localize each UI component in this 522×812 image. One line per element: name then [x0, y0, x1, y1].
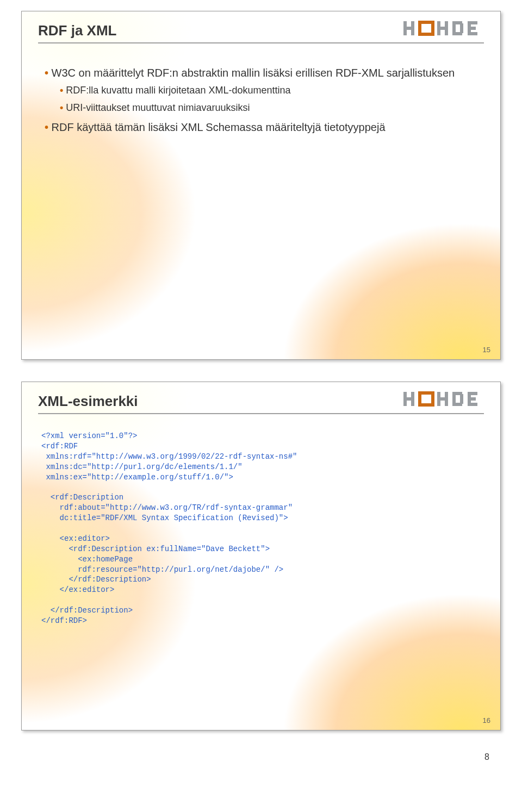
svg-rect-2: [411, 21, 414, 35]
slide-number: 15: [483, 346, 490, 354]
sub-bullet-text: URI-viittaukset muuttuvat nimiavaruuksik…: [66, 102, 250, 113]
slide-number: 16: [483, 716, 490, 724]
svg-rect-29: [420, 393, 433, 405]
svg-rect-20: [445, 392, 448, 406]
sub-bullet-text: RDF:lla kuvattu malli kirjoitetaan XML-d…: [66, 85, 290, 96]
bullet-text: W3C on määrittelyt RDF:n abstraktin mall…: [52, 67, 455, 79]
bullet-item: RDF käyttää tämän lisäksi XML Schemassa …: [45, 120, 477, 135]
svg-rect-27: [468, 397, 476, 401]
xml-code-block: <?xml version="1.0"?> <rdf:RDF xmlns:rdf…: [41, 431, 481, 626]
hohde-logo: [403, 391, 485, 409]
slide-content: W3C on määrittelyt RDF:n abstraktin mall…: [45, 66, 477, 140]
slide-1: RDF ja XML W3C on määrittelyt RDF:n abst…: [21, 11, 501, 360]
sub-bullet-item: RDF:lla kuvattu malli kirjoitetaan XML-d…: [60, 84, 477, 97]
title-rule: [38, 413, 484, 414]
title-rule: [38, 42, 484, 43]
svg-rect-5: [445, 21, 448, 35]
page-number: 8: [11, 752, 489, 762]
svg-rect-9: [460, 23, 463, 33]
svg-rect-28: [468, 403, 477, 406]
sub-bullet-list: RDF:lla kuvattu malli kirjoitetaan XML-d…: [45, 84, 477, 115]
slide-2: XML-esimerkki <?xml version="1.0"?> <rdf…: [21, 382, 501, 730]
svg-rect-17: [411, 392, 414, 406]
sub-bullet-item: URI-viittaukset muuttuvat nimiavaruuksik…: [60, 101, 477, 114]
svg-rect-13: [468, 32, 477, 35]
svg-rect-11: [468, 21, 477, 24]
svg-rect-14: [420, 22, 433, 34]
bullet-item: W3C on määrittelyt RDF:n abstraktin mall…: [45, 66, 477, 115]
hohde-logo: [403, 20, 485, 39]
bullet-text: RDF käyttää tämän lisäksi XML Schemassa …: [52, 121, 386, 133]
svg-rect-26: [468, 392, 477, 395]
bullet-list: W3C on määrittelyt RDF:n abstraktin mall…: [45, 66, 477, 135]
svg-rect-12: [468, 27, 476, 30]
svg-rect-24: [460, 394, 463, 404]
